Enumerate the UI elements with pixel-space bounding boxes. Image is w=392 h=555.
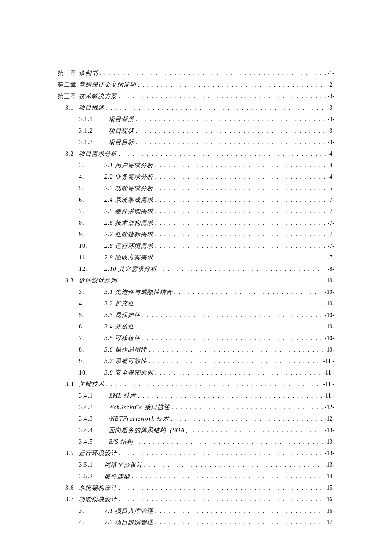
toc-entry: 3.7.1 项目入库管理 -16- bbox=[58, 508, 334, 514]
toc-leader bbox=[136, 301, 323, 307]
toc-page: -7- bbox=[326, 209, 334, 215]
toc-entry: 4.7.2 项目跟踪管理 -17- bbox=[58, 520, 334, 526]
toc-page: -10- bbox=[323, 301, 334, 307]
toc-entry: 11.2.9 险收方案需求 -7- bbox=[58, 255, 334, 261]
toc-page: -11 - bbox=[322, 393, 334, 399]
toc-page: -10- bbox=[323, 278, 334, 284]
toc-leader bbox=[155, 163, 326, 169]
toc-page: -2- bbox=[326, 82, 334, 88]
toc-title: 项目现状 bbox=[109, 128, 134, 134]
toc-leader bbox=[136, 324, 323, 330]
toc-page: -1- bbox=[326, 70, 334, 76]
toc-entry: 9.2.7 性能指标需求 -7- bbox=[58, 232, 334, 238]
toc-page: -7- bbox=[326, 232, 334, 238]
toc-subnumber: 8. bbox=[79, 220, 104, 226]
toc-page: -4- bbox=[326, 174, 334, 180]
toc-title: 3.1 先进性与成熟性结合 bbox=[104, 289, 173, 295]
toc-entry: 3.7功能模块设计 -16- bbox=[58, 497, 334, 503]
toc-entry: 3.4.5B/S 结构 -13- bbox=[58, 439, 334, 445]
toc-entry: 7.3.5 可移植性 -10- bbox=[58, 335, 334, 341]
toc-entry: 3.5运行环境设计 -13- bbox=[58, 450, 334, 456]
toc-title: B/S 结构 bbox=[109, 439, 133, 445]
toc-title: 系统架构设计 bbox=[79, 485, 117, 491]
toc-leader bbox=[155, 243, 326, 249]
toc-entry: 8.2.6 技术架构需求 -7- bbox=[58, 220, 334, 226]
toc-title: 2.7 性能指标需求 bbox=[104, 232, 153, 238]
toc-number: 3.5 bbox=[58, 450, 79, 456]
toc-title: 谈判书 bbox=[79, 70, 98, 76]
toc-subnumber: 11. bbox=[79, 255, 104, 261]
toc-subnumber: 3.1.2 bbox=[79, 128, 109, 134]
toc-title: 2.6 技术架构需求 bbox=[104, 220, 153, 226]
toc-subnumber: 3. bbox=[79, 289, 104, 295]
toc-page: -7- bbox=[326, 255, 334, 261]
toc-leader bbox=[159, 266, 326, 272]
toc-title: 3.2 扩充性 bbox=[104, 301, 134, 307]
toc-title: 软件设计原则 bbox=[79, 278, 117, 284]
toc-page: -12- bbox=[323, 416, 334, 422]
toc-leader bbox=[106, 105, 326, 111]
toc-entry: 第三章技术解决方案 -3- bbox=[58, 93, 334, 99]
toc-title: 2.10 其它需求分析 bbox=[104, 266, 157, 272]
toc-leader bbox=[119, 93, 326, 99]
toc-leader bbox=[119, 450, 323, 456]
toc-subnumber: 3.4.2 bbox=[79, 404, 109, 410]
toc-page: -10- bbox=[323, 289, 334, 295]
toc-subnumber: 10. bbox=[79, 243, 104, 249]
toc-subnumber: 8. bbox=[79, 347, 104, 353]
toc-title: 2.1 用户需求分析 bbox=[104, 163, 153, 169]
toc-subnumber: 3.4.4 bbox=[79, 427, 109, 433]
toc-entry: 8.3.6 操作易用性 -10- bbox=[58, 347, 334, 353]
toc-leader bbox=[119, 151, 326, 157]
toc-leader bbox=[142, 312, 323, 318]
toc-entry: 3.2.1 用户需求分析 -4- bbox=[58, 163, 334, 169]
toc-subnumber: 6. bbox=[79, 324, 104, 330]
toc-number: 3.3 bbox=[58, 278, 79, 284]
toc-leader bbox=[149, 347, 323, 353]
toc-entry: 3.4.3·NETFramework 技术 -12- bbox=[58, 416, 334, 422]
toc-title: 2.8 运行环境需求 bbox=[104, 243, 153, 249]
toc-leader bbox=[100, 70, 326, 76]
toc-subnumber: 3.5.2 bbox=[79, 474, 104, 479]
toc-entry: 3.3软件设计原则 -10- bbox=[58, 278, 334, 284]
toc-leader bbox=[144, 462, 323, 468]
toc-entry: 3.1项目概述 -3- bbox=[58, 105, 334, 111]
toc-page: -3- bbox=[326, 93, 334, 99]
toc-page: -13- bbox=[323, 439, 334, 445]
toc-title: 项目概述 bbox=[79, 105, 104, 111]
toc-leader bbox=[155, 520, 323, 526]
toc-entry: 6.3.4 开放性 -10- bbox=[58, 324, 334, 330]
toc-number: 3.4 bbox=[58, 381, 79, 387]
toc-entry: 12.2.10 其它需求分析 -8- bbox=[58, 266, 334, 272]
toc-entry: 10.2.8 运行环境需求 -7- bbox=[58, 243, 334, 249]
toc-title: 功能模块设计 bbox=[79, 497, 117, 503]
toc-page: -5- bbox=[326, 186, 334, 192]
toc-number: 3.2 bbox=[58, 151, 79, 157]
toc-subnumber: 3. bbox=[79, 163, 104, 169]
toc-page: -14- bbox=[323, 474, 334, 479]
toc-subnumber: 6. bbox=[79, 197, 104, 203]
toc-leader bbox=[132, 474, 323, 479]
toc-subnumber: 4. bbox=[79, 520, 104, 526]
toc-page: -13- bbox=[323, 450, 334, 456]
toc-title: 关键技术 bbox=[79, 381, 104, 387]
toc-subnumber: 3.1.1 bbox=[79, 116, 109, 122]
toc-entry: 3.1.1项目背景 -3- bbox=[58, 116, 334, 122]
toc-title: 运行环境设计 bbox=[79, 450, 117, 456]
toc-number: 第三章 bbox=[58, 93, 79, 99]
toc-leader bbox=[119, 497, 323, 503]
toc-leader bbox=[193, 427, 323, 433]
toc-entry: 7.2.5 硬件采购需求 -7- bbox=[58, 209, 334, 215]
toc-leader bbox=[106, 381, 322, 387]
toc-page: -7- bbox=[326, 243, 334, 249]
toc-page: -13- bbox=[323, 462, 334, 468]
toc-subnumber: 3. bbox=[79, 508, 104, 514]
toc-page: -10- bbox=[323, 335, 334, 341]
toc-entry: 3.5.2硬件选型 -14- bbox=[58, 474, 334, 479]
toc-title: 2.2 业务需求分析 bbox=[104, 174, 153, 180]
toc-title: 2.3 功能需求分析 bbox=[104, 186, 153, 192]
toc-number: 第一章 bbox=[58, 70, 79, 76]
toc-title: 网络平台设计 bbox=[104, 462, 143, 468]
toc-title: 项目背景 bbox=[109, 116, 134, 122]
toc-page: -7- bbox=[326, 197, 334, 203]
